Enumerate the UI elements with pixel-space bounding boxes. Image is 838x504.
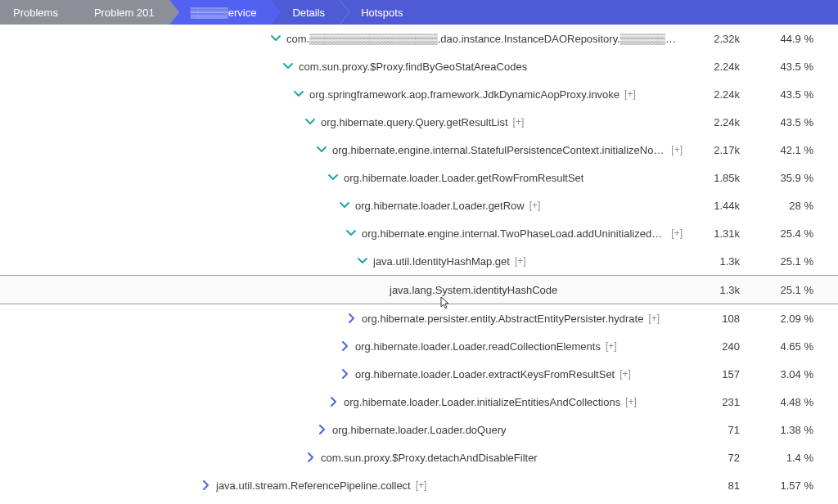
tree-row[interactable]: org.hibernate.loader.Loader.readCollecti… — [0, 332, 838, 360]
breadcrumb-label: Problems — [13, 7, 58, 19]
percent-value: 2.09 % — [748, 313, 838, 325]
chevron-right-icon[interactable] — [339, 340, 350, 352]
tree-row-name[interactable]: org.hibernate.persister.entity.AbstractE… — [362, 313, 643, 325]
tree-row[interactable]: java.lang.System.identityHashCode1.3k25.… — [0, 275, 838, 304]
percent-value: 35.9 % — [748, 172, 838, 184]
tree-row-name[interactable]: org.hibernate.loader.Loader.getRowFromRe… — [344, 172, 583, 184]
tree-row[interactable]: org.springframework.aop.framework.JdkDyn… — [0, 80, 838, 108]
chevron-down-icon[interactable] — [316, 144, 327, 155]
chevron-right-icon[interactable] — [316, 424, 327, 435]
chevron-down-icon[interactable] — [357, 255, 368, 267]
tree-row-label-area: org.hibernate.persister.entity.AbstractE… — [0, 313, 683, 325]
tree-row-label-area: org.hibernate.loader.Loader.getRowFromRe… — [0, 172, 683, 184]
percent-value: 4.65 % — [748, 340, 838, 353]
breadcrumb-label: Hotspots — [361, 7, 403, 19]
tree-row-name[interactable]: java.lang.System.identityHashCode — [390, 284, 557, 296]
chevron-down-icon[interactable] — [282, 61, 294, 72]
calls-value: 1.44k — [683, 200, 748, 212]
tree-row-label-area: com.sun.proxy.$Proxy.detachAndDisableFil… — [0, 452, 683, 464]
tree-row[interactable]: org.hibernate.engine.internal.TwoPhaseLo… — [0, 219, 838, 247]
tree-row-name[interactable]: org.hibernate.loader.Loader.extractKeysF… — [355, 368, 615, 380]
tree-row-name[interactable]: org.springframework.aop.framework.JdkDyn… — [309, 88, 619, 101]
calls-value: 1.85k — [683, 172, 748, 184]
tree-row-name[interactable]: java.util.stream.ReferencePipeline.colle… — [216, 479, 411, 492]
percent-value: 42.1 % — [748, 144, 838, 156]
tree-row[interactable]: com.▒▒▒▒▒▒▒▒▒▒▒▒▒▒▒▒▒.dao.instance.Insta… — [0, 25, 838, 52]
tree-row-name[interactable]: org.hibernate.loader.Loader.initializeEn… — [344, 396, 620, 408]
tree-row-name[interactable]: com.▒▒▒▒▒▒▒▒▒▒▒▒▒▒▒▒▒.dao.instance.Insta… — [286, 33, 683, 45]
percent-value: 1.38 % — [748, 424, 838, 436]
tree-row-name[interactable]: org.hibernate.loader.Loader.doQuery — [332, 424, 507, 436]
chevron-down-icon[interactable] — [339, 200, 350, 211]
breadcrumb-item[interactable]: Details — [271, 0, 340, 25]
calls-value: 2.17k — [683, 144, 748, 156]
percent-value: 1.4 % — [748, 452, 838, 464]
calls-value: 2.32k — [683, 33, 748, 45]
tree-row-name[interactable]: com.sun.proxy.$Proxy.findByGeoStatAreaCo… — [299, 61, 527, 73]
tree-row-name[interactable]: org.hibernate.engine.internal.TwoPhaseLo… — [362, 227, 666, 240]
breadcrumb-item[interactable]: Problems — [0, 0, 73, 25]
chevron-right-icon[interactable] — [327, 396, 339, 407]
tree-row-name[interactable]: com.sun.proxy.$Proxy.detachAndDisableFil… — [321, 452, 538, 464]
breadcrumb-label: Details — [292, 7, 325, 19]
breadcrumb-label: Problem 201 — [94, 7, 155, 19]
chevron-right-icon[interactable] — [339, 368, 350, 380]
calls-value: 1.31k — [683, 227, 748, 240]
tree-row-label-area: java.lang.System.identityHashCode — [0, 284, 683, 296]
expand-plus-icon[interactable]: [+] — [624, 88, 636, 100]
tree-row[interactable]: org.hibernate.loader.Loader.doQuery711.3… — [0, 416, 838, 443]
expand-plus-icon[interactable]: [+] — [529, 200, 541, 211]
calls-value: 71 — [683, 424, 748, 436]
percent-value: 4.48 % — [748, 396, 838, 408]
tree-row-name[interactable]: org.hibernate.loader.Loader.getRow — [355, 200, 525, 212]
chevron-down-icon[interactable] — [293, 88, 304, 100]
percent-value: 28 % — [748, 200, 838, 212]
chevron-down-icon[interactable] — [327, 172, 339, 183]
tree-row[interactable]: com.sun.proxy.$Proxy.detachAndDisableFil… — [0, 443, 838, 471]
chevron-down-icon[interactable] — [304, 116, 316, 128]
tree-row[interactable]: org.hibernate.loader.Loader.getRow[+]1.4… — [0, 191, 838, 219]
expand-plus-icon[interactable]: [+] — [648, 313, 660, 324]
tree-row-name[interactable]: java.util.IdentityHashMap.get — [373, 255, 510, 268]
breadcrumb-label: ▒▒▒▒▒ervice — [191, 7, 257, 19]
tree-row-label-area: org.hibernate.query.Query.getResultList[… — [0, 116, 683, 128]
tree-row[interactable]: org.hibernate.query.Query.getResultList[… — [0, 108, 838, 136]
breadcrumbs: ProblemsProblem 201▒▒▒▒▒erviceDetailsHot… — [0, 0, 838, 25]
tree-row-name[interactable]: org.hibernate.engine.internal.StatefulPe… — [332, 144, 666, 156]
chevron-right-icon[interactable] — [345, 313, 357, 324]
breadcrumb-item[interactable]: Problem 201 — [73, 0, 169, 25]
tree-row-name[interactable]: org.hibernate.loader.Loader.readCollecti… — [355, 340, 601, 353]
expand-plus-icon[interactable]: [+] — [513, 116, 525, 128]
tree-row[interactable]: com.sun.proxy.$Proxy.findByGeoStatAreaCo… — [0, 52, 838, 80]
chevron-right-icon[interactable] — [200, 479, 211, 491]
expand-plus-icon[interactable]: [+] — [671, 144, 683, 155]
percent-value: 25.1 % — [748, 284, 838, 296]
calls-value: 108 — [683, 313, 748, 325]
breadcrumb-item[interactable]: Hotspots — [340, 0, 417, 25]
tree-row-label-area: org.hibernate.engine.internal.StatefulPe… — [0, 144, 683, 156]
expand-plus-icon[interactable]: [+] — [606, 340, 617, 352]
percent-value: 43.5 % — [748, 88, 838, 101]
chevron-right-icon[interactable] — [304, 452, 316, 463]
tree-row[interactable]: org.hibernate.loader.Loader.getRowFromRe… — [0, 164, 838, 191]
tree-row[interactable]: org.hibernate.loader.Loader.initializeEn… — [0, 388, 838, 416]
expand-plus-icon[interactable]: [+] — [671, 227, 683, 239]
expand-plus-icon[interactable]: [+] — [515, 255, 526, 267]
expand-plus-icon[interactable]: [+] — [416, 479, 427, 491]
expand-plus-icon[interactable]: [+] — [619, 368, 631, 380]
tree-row-name[interactable]: org.hibernate.query.Query.getResultList — [321, 116, 508, 128]
calls-value: 1.3k — [683, 284, 748, 296]
chevron-down-icon[interactable] — [270, 33, 282, 44]
tree-row[interactable]: java.util.stream.ReferencePipeline.colle… — [0, 471, 838, 499]
tree-row[interactable]: java.util.IdentityHashMap.get[+]1.3k25.1… — [0, 247, 838, 275]
tree-row[interactable]: org.hibernate.persister.entity.AbstractE… — [0, 304, 838, 332]
tree-row[interactable]: org.hibernate.loader.Loader.extractKeysF… — [0, 360, 838, 388]
breadcrumb-item[interactable]: ▒▒▒▒▒ervice — [169, 0, 272, 25]
calls-value: 72 — [683, 452, 748, 464]
percent-value: 25.1 % — [748, 255, 838, 268]
expand-plus-icon[interactable]: [+] — [625, 396, 637, 407]
tree-row-label-area: java.util.stream.ReferencePipeline.colle… — [0, 479, 683, 492]
percent-value: 43.5 % — [748, 116, 838, 128]
tree-row[interactable]: org.hibernate.engine.internal.StatefulPe… — [0, 136, 838, 164]
chevron-down-icon[interactable] — [345, 227, 357, 239]
